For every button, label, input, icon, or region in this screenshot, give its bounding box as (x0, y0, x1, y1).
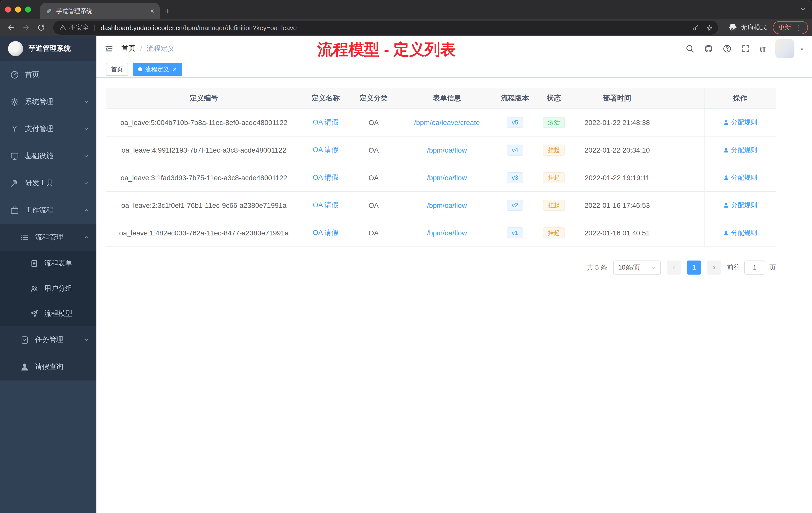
browser-tab-strip: 芋道管理系统 (0, 0, 812, 19)
avatar[interactable] (775, 39, 794, 58)
tag-label: 流程定义 (145, 65, 169, 73)
chevron-up-icon (83, 234, 89, 240)
browser-tab[interactable]: 芋道管理系统 (40, 3, 160, 19)
reload-button[interactable] (34, 21, 48, 35)
cell-category: OA (349, 163, 398, 191)
form-link[interactable]: /bpm/oa/flow (427, 174, 467, 181)
sidebar: 芋道管理系统 首页 系统管理 ¥ 支付管理 (0, 36, 96, 513)
cell-form-info: /bpm/oa/flow (398, 219, 496, 246)
sidebar-item-label: 研发工具 (25, 179, 77, 188)
sidebar-item-payment[interactable]: ¥ 支付管理 (0, 116, 96, 143)
sidebar-item-leave-query[interactable]: 请假查询 (0, 353, 96, 381)
chevron-down-icon (83, 153, 89, 159)
assign-rule-link[interactable]: 分配规则 (723, 228, 757, 237)
cell-deploy-time: 2022-01-22 19:19:11 (574, 163, 660, 191)
chevron-down-icon (83, 99, 89, 105)
zoom-window-button[interactable] (25, 6, 31, 12)
app-logo-row[interactable]: 芋道管理系统 (0, 36, 96, 61)
cell-spacer (660, 219, 704, 246)
tag-label: 首页 (111, 65, 123, 73)
cell-actions: 分配规则 (704, 109, 776, 136)
version-badge: v4 (507, 144, 523, 155)
sidebar-item-label: 流程模型 (44, 309, 89, 318)
bookmark-star-icon[interactable] (706, 24, 713, 31)
avatar-caret-down-icon[interactable] (799, 44, 805, 53)
table-row: oa_leave:2:3c1f0ef1-76b1-11ec-9c66-a2380… (106, 191, 776, 219)
assign-rule-label: 分配规则 (731, 228, 757, 237)
sidebar-item-dev-tools[interactable]: 研发工具 (0, 170, 96, 197)
red-annotation-text: 流程模型 - 定义列表 (317, 39, 456, 60)
assign-rule-link[interactable]: 分配规则 (723, 173, 757, 182)
sidebar-item-label: 系统管理 (25, 97, 77, 107)
cell-spacer (660, 136, 704, 163)
sidebar-item-label: 流程管理 (35, 233, 77, 242)
form-link[interactable]: /bpm/oa/flow (427, 229, 467, 237)
address-bar[interactable]: 不安全 | dashboard.yudao.iocoder.cn/bpm/man… (53, 21, 718, 35)
form-link[interactable]: /bpm/oa/leave/create (414, 118, 480, 126)
navbar-actions: tT (686, 39, 805, 58)
definition-name-link[interactable]: OA 请假 (313, 201, 339, 209)
sidebar-item-process-management[interactable]: 流程管理 (0, 224, 96, 251)
goto-page-input[interactable] (744, 260, 765, 274)
sidebar-item-home[interactable]: 首页 (0, 61, 96, 88)
form-link[interactable]: /bpm/oa/flow (427, 201, 467, 209)
github-icon[interactable] (704, 44, 713, 53)
cell-definition-name: OA 请假 (302, 136, 349, 163)
dashboard-icon (10, 70, 19, 79)
close-window-button[interactable] (5, 6, 11, 12)
cell-definition-id: oa_leave:3:1fad3d93-7b75-11ec-a3c8-acde4… (106, 163, 302, 191)
font-size-icon[interactable]: tT (760, 44, 766, 53)
next-page-button[interactable] (707, 260, 721, 274)
definition-name-link[interactable]: OA 请假 (313, 228, 339, 236)
tab-search-chevron-icon[interactable] (800, 6, 806, 12)
sidebar-toggle-button[interactable] (96, 36, 121, 61)
search-icon[interactable] (686, 44, 695, 53)
minimize-window-button[interactable] (15, 6, 21, 12)
table-row: oa_leave:3:1fad3d93-7b75-11ec-a3c8-acde4… (106, 163, 776, 191)
tag-process-definition[interactable]: 流程定义 (133, 63, 182, 76)
help-icon[interactable] (723, 44, 732, 53)
page-1-button[interactable]: 1 (687, 260, 701, 274)
assign-rule-link[interactable]: 分配规则 (723, 201, 757, 210)
sidebar-item-workflow[interactable]: 工作流程 (0, 197, 96, 224)
sidebar-item-infrastructure[interactable]: 基础设施 (0, 143, 96, 170)
assign-rule-link[interactable]: 分配规则 (723, 145, 757, 154)
update-label: 更新 (778, 23, 791, 32)
cell-version: v3 (496, 163, 534, 191)
column-definition-id: 定义编号 (106, 88, 302, 109)
assign-rule-link[interactable]: 分配规则 (723, 118, 757, 127)
sidebar-item-label: 任务管理 (35, 335, 77, 344)
new-tab-button[interactable] (160, 3, 175, 19)
fullscreen-icon[interactable] (741, 44, 750, 53)
briefcase-icon (10, 206, 19, 215)
tab-close-icon[interactable] (150, 8, 155, 13)
forward-button[interactable] (19, 21, 33, 35)
breadcrumb-separator: / (140, 45, 142, 53)
form-link[interactable]: /bpm/oa/flow (427, 146, 467, 154)
status-badge: 挂起 (543, 144, 565, 155)
goto-label: 前往 (727, 263, 740, 272)
page-size-select[interactable]: 10条/页 (613, 260, 661, 274)
breadcrumb-home[interactable]: 首页 (121, 44, 136, 53)
sidebar-item-user-group[interactable]: 用户分组 (0, 276, 96, 301)
sidebar-item-process-model[interactable]: 流程模型 (0, 301, 96, 326)
table-header-row: 定义编号 定义名称 定义分类 表单信息 流程版本 状态 部署时间 操作 (106, 88, 776, 109)
tag-home[interactable]: 首页 (106, 63, 128, 76)
monitor-icon (10, 152, 19, 161)
password-key-icon[interactable] (692, 24, 699, 31)
incognito-badge: 无痕模式 (728, 23, 767, 32)
sidebar-item-task-management[interactable]: 任务管理 (0, 326, 96, 353)
definition-name-link[interactable]: OA 请假 (313, 118, 339, 126)
goto-page-group: 前往 页 (727, 260, 776, 274)
definition-name-link[interactable]: OA 请假 (313, 173, 339, 181)
sidebar-item-system[interactable]: 系统管理 (0, 88, 96, 116)
tag-close-icon[interactable] (172, 67, 177, 72)
back-button[interactable] (4, 21, 18, 35)
definition-name-link[interactable]: OA 请假 (313, 145, 339, 153)
app-logo (8, 41, 23, 56)
column-deploy-time: 部署时间 (574, 88, 660, 109)
prev-page-button[interactable] (667, 260, 681, 274)
browser-update-menu-button[interactable]: 更新 ⋮ (773, 21, 808, 34)
sidebar-item-process-form[interactable]: 流程表单 (0, 251, 96, 276)
security-label[interactable]: 不安全 (69, 23, 89, 32)
